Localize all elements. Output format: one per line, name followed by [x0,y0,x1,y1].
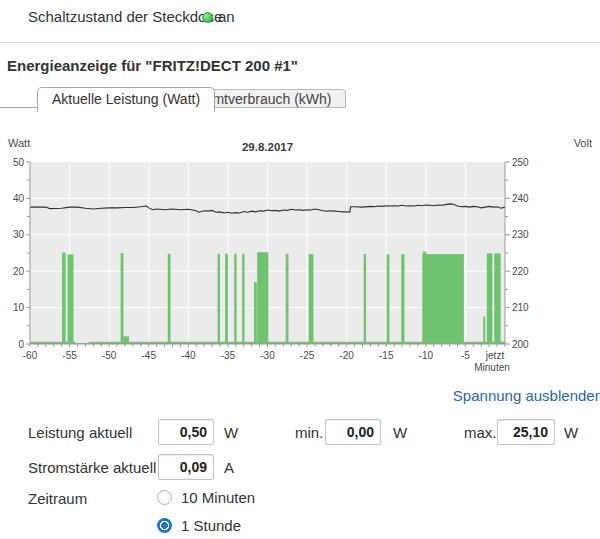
power-max-unit: W [564,424,578,441]
svg-text:210: 210 [512,302,529,313]
svg-text:-50: -50 [102,350,117,361]
link-row: Spannung ausblenden [453,387,600,404]
svg-text:Volt: Volt [574,137,592,149]
svg-text:-40: -40 [181,350,196,361]
section-divider [0,42,600,43]
amperage-label: Stromstärke aktuell [28,459,156,476]
power-min-label: min. [295,424,323,441]
amperage-input[interactable] [158,454,214,480]
power-min-input[interactable] [325,419,381,445]
svg-text:-45: -45 [142,350,157,361]
svg-text:29.8.2017: 29.8.2017 [242,141,293,153]
power-current-unit: W [224,424,238,441]
power-max-input[interactable] [497,419,555,445]
tab-baseline [0,107,37,108]
hide-voltage-link[interactable]: Spannung ausblenden [453,387,600,404]
page-title: Energieanzeige für "FRITZ!DECT 200 #1" [7,57,298,74]
power-current-input[interactable] [158,419,214,445]
svg-text:250: 250 [512,157,529,168]
period-label: Zeitraum [28,490,87,507]
svg-text:200: 200 [512,339,529,350]
svg-text:-60: -60 [23,350,38,361]
tab-bar: Aktuelle Leistung (Watt) Gesamtverbrauch… [0,87,600,112]
radio-1-hour-label[interactable]: 1 Stunde [181,517,241,534]
svg-text:-20: -20 [339,350,354,361]
svg-text:-15: -15 [379,350,394,361]
socket-state-label: Schaltzustand der Steckdose [28,8,222,25]
svg-text:220: 220 [512,266,529,277]
svg-text:10: 10 [13,302,25,313]
socket-state-value: an [218,8,235,25]
svg-text:jetzt: jetzt [485,350,505,361]
energy-monitor-page: Schaltzustand der Steckdose an Energiean… [0,0,600,539]
amperage-unit: A [224,459,234,476]
tab-current-power[interactable]: Aktuelle Leistung (Watt) [37,87,215,112]
svg-text:0: 0 [18,339,24,350]
svg-text:Watt: Watt [8,137,30,149]
svg-text:-55: -55 [62,350,77,361]
power-min-unit: W [393,424,407,441]
status-on-icon [202,12,213,23]
svg-text:50: 50 [13,157,25,168]
svg-text:-10: -10 [419,350,434,361]
svg-text:-30: -30 [260,350,275,361]
svg-text:230: 230 [512,229,529,240]
radio-1-hour[interactable] [157,518,172,533]
svg-text:20: 20 [13,266,25,277]
radio-10-minutes[interactable] [157,490,172,505]
svg-text:240: 240 [512,193,529,204]
radio-10-minutes-label[interactable]: 10 Minuten [181,489,255,506]
svg-text:-35: -35 [221,350,236,361]
svg-text:-5: -5 [461,350,470,361]
power-voltage-chart: 01020304050200210220230240250-60-55-50-4… [0,133,600,378]
svg-text:Minuten: Minuten [474,362,510,373]
power-current-label: Leistung aktuell [28,424,132,441]
power-max-label: max. [464,424,497,441]
svg-text:40: 40 [13,193,25,204]
svg-text:30: 30 [13,229,25,240]
svg-text:-25: -25 [300,350,315,361]
